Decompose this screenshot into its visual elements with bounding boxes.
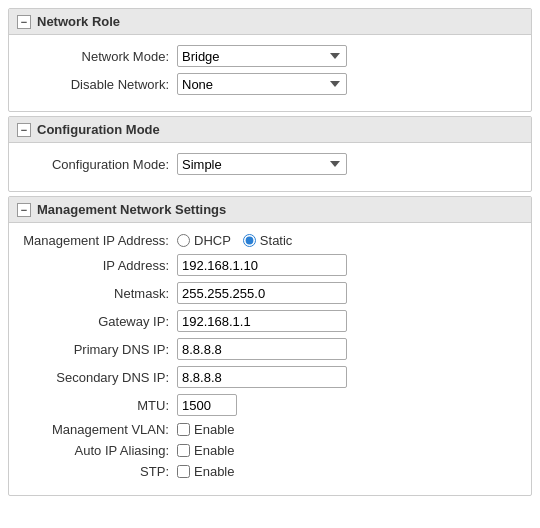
mtu-control bbox=[177, 394, 523, 416]
mgmt-vlan-control: Enable bbox=[177, 422, 523, 437]
static-label-text: Static bbox=[260, 233, 293, 248]
stp-checkbox-label[interactable]: Enable bbox=[177, 464, 523, 479]
ip-address-input[interactable] bbox=[177, 254, 347, 276]
mgmt-vlan-label: Management VLAN: bbox=[17, 422, 177, 437]
stp-checkbox[interactable] bbox=[177, 465, 190, 478]
netmask-control bbox=[177, 282, 523, 304]
auto-ip-row: Auto IP Aliasing: Enable bbox=[9, 443, 531, 458]
stp-row: STP: Enable bbox=[9, 464, 531, 479]
management-network-collapse-icon[interactable]: − bbox=[17, 203, 31, 217]
network-role-header: − Network Role bbox=[9, 9, 531, 35]
ip-address-control bbox=[177, 254, 523, 276]
disable-network-select[interactable]: None All WAN LAN bbox=[177, 73, 347, 95]
secondary-dns-row: Secondary DNS IP: bbox=[9, 366, 531, 388]
configuration-mode-title: Configuration Mode bbox=[37, 122, 160, 137]
mtu-row: MTU: bbox=[9, 394, 531, 416]
stp-control: Enable bbox=[177, 464, 523, 479]
management-network-header: − Management Network Settings bbox=[9, 197, 531, 223]
mgmt-ip-control: DHCP Static bbox=[177, 233, 523, 248]
dhcp-radio[interactable] bbox=[177, 234, 190, 247]
mgmt-ip-label: Management IP Address: bbox=[17, 233, 177, 248]
dhcp-label-text: DHCP bbox=[194, 233, 231, 248]
network-mode-label: Network Mode: bbox=[17, 49, 177, 64]
config-mode-label: Configuration Mode: bbox=[17, 157, 177, 172]
network-role-title: Network Role bbox=[37, 14, 120, 29]
primary-dns-label: Primary DNS IP: bbox=[17, 342, 177, 357]
dhcp-radio-label[interactable]: DHCP bbox=[177, 233, 231, 248]
config-mode-control: Simple Advanced bbox=[177, 153, 523, 175]
static-radio-label[interactable]: Static bbox=[243, 233, 293, 248]
ip-address-row: IP Address: bbox=[9, 254, 531, 276]
secondary-dns-input[interactable] bbox=[177, 366, 347, 388]
auto-ip-checkbox[interactable] bbox=[177, 444, 190, 457]
gateway-ip-label: Gateway IP: bbox=[17, 314, 177, 329]
disable-network-label: Disable Network: bbox=[17, 77, 177, 92]
mgmt-vlan-checkbox-label[interactable]: Enable bbox=[177, 422, 523, 437]
network-mode-select[interactable]: Bridge Router Access Point bbox=[177, 45, 347, 67]
network-role-section: − Network Role Network Mode: Bridge Rout… bbox=[8, 8, 532, 112]
stp-enable-text: Enable bbox=[194, 464, 234, 479]
mtu-label: MTU: bbox=[17, 398, 177, 413]
mgmt-vlan-enable-text: Enable bbox=[194, 422, 234, 437]
network-role-collapse-icon[interactable]: − bbox=[17, 15, 31, 29]
primary-dns-row: Primary DNS IP: bbox=[9, 338, 531, 360]
auto-ip-label: Auto IP Aliasing: bbox=[17, 443, 177, 458]
stp-label: STP: bbox=[17, 464, 177, 479]
ip-address-label: IP Address: bbox=[17, 258, 177, 273]
gateway-ip-input[interactable] bbox=[177, 310, 347, 332]
network-mode-control: Bridge Router Access Point bbox=[177, 45, 523, 67]
primary-dns-control bbox=[177, 338, 523, 360]
config-mode-select[interactable]: Simple Advanced bbox=[177, 153, 347, 175]
network-mode-row: Network Mode: Bridge Router Access Point bbox=[9, 45, 531, 67]
network-role-body: Network Mode: Bridge Router Access Point… bbox=[9, 35, 531, 111]
configuration-mode-body: Configuration Mode: Simple Advanced bbox=[9, 143, 531, 191]
primary-dns-input[interactable] bbox=[177, 338, 347, 360]
auto-ip-enable-text: Enable bbox=[194, 443, 234, 458]
mgmt-vlan-row: Management VLAN: Enable bbox=[9, 422, 531, 437]
management-network-title: Management Network Settings bbox=[37, 202, 226, 217]
netmask-input[interactable] bbox=[177, 282, 347, 304]
gateway-ip-row: Gateway IP: bbox=[9, 310, 531, 332]
gateway-ip-control bbox=[177, 310, 523, 332]
configuration-mode-header: − Configuration Mode bbox=[9, 117, 531, 143]
management-network-body: Management IP Address: DHCP Static bbox=[9, 223, 531, 495]
disable-network-control: None All WAN LAN bbox=[177, 73, 523, 95]
mgmt-vlan-checkbox[interactable] bbox=[177, 423, 190, 436]
disable-network-row: Disable Network: None All WAN LAN bbox=[9, 73, 531, 95]
auto-ip-checkbox-label[interactable]: Enable bbox=[177, 443, 523, 458]
page-wrapper: − Network Role Network Mode: Bridge Rout… bbox=[0, 0, 540, 508]
static-radio[interactable] bbox=[243, 234, 256, 247]
management-network-section: − Management Network Settings Management… bbox=[8, 196, 532, 496]
netmask-label: Netmask: bbox=[17, 286, 177, 301]
secondary-dns-control bbox=[177, 366, 523, 388]
auto-ip-control: Enable bbox=[177, 443, 523, 458]
configuration-mode-collapse-icon[interactable]: − bbox=[17, 123, 31, 137]
mgmt-ip-row: Management IP Address: DHCP Static bbox=[9, 233, 531, 248]
mgmt-ip-radio-group: DHCP Static bbox=[177, 233, 523, 248]
mtu-input[interactable] bbox=[177, 394, 237, 416]
configuration-mode-section: − Configuration Mode Configuration Mode:… bbox=[8, 116, 532, 192]
secondary-dns-label: Secondary DNS IP: bbox=[17, 370, 177, 385]
netmask-row: Netmask: bbox=[9, 282, 531, 304]
config-mode-row: Configuration Mode: Simple Advanced bbox=[9, 153, 531, 175]
